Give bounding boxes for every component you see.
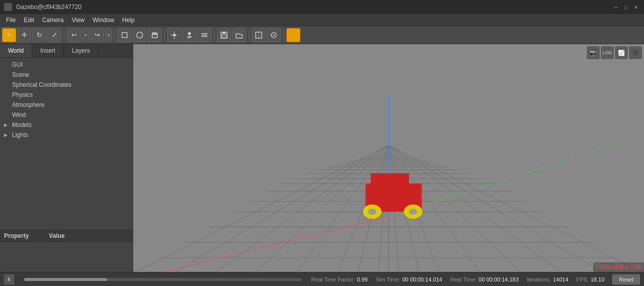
tree-panel: GUI Scene Spherical Coordinates Physics … [0, 58, 133, 230]
fog-button[interactable] [197, 28, 211, 42]
svg-point-68 [409, 209, 417, 215]
tree-item-physics[interactable]: Physics [0, 90, 133, 100]
tree-item-lights[interactable]: ▶ Lights [0, 130, 133, 140]
tree-item-scene[interactable]: Scene [0, 70, 133, 80]
real-time-factor: Real Time Factor: 0.99 [311, 276, 368, 282]
record-button[interactable]: 🎥 [629, 46, 642, 59]
svg-rect-16 [223, 32, 226, 34]
watermark: CSDN @西木九喵 [593, 262, 644, 272]
tree-item-gui[interactable]: GUI [0, 60, 133, 70]
fps-label: FPS: [576, 276, 588, 282]
scale-tool-button[interactable]: ⤢ [47, 28, 61, 42]
rtf-label: Real Time Factor: [311, 276, 355, 282]
cylinder-button[interactable] [148, 28, 162, 42]
plot-button[interactable]: 📈 [615, 46, 628, 59]
minimize-button[interactable]: ─ [612, 3, 620, 11]
snap-vertex-button[interactable] [267, 28, 281, 42]
property-panel: Property Value [0, 230, 133, 272]
main-content: World Insert Layers GUI Scene Spherical … [0, 44, 644, 272]
tree-item-atmosphere[interactable]: Atmosphere [0, 100, 133, 110]
property-header: Property Value [0, 230, 133, 242]
tree-item-spherical[interactable]: Spherical Coordinates [0, 80, 133, 90]
separator-3 [164, 29, 165, 41]
sim-time-label: Sim Time: [376, 276, 400, 282]
menu-help[interactable]: Help [118, 16, 139, 25]
orange-mode-button[interactable] [286, 28, 300, 42]
open-button[interactable] [232, 28, 246, 42]
status-bar: ⏸ Real Time Factor: 0.99 Sim Time: 00 00… [0, 272, 644, 286]
iterations: Iterations: 14014 [526, 276, 568, 282]
log-button[interactable]: LOG [601, 46, 614, 59]
redo-button[interactable]: ↪ [90, 28, 104, 42]
toolbar: ↖ ✛ ↻ ⤢ ↩ ▾ ↪ ▾ [0, 26, 644, 44]
snap-edge-button[interactable] [252, 28, 266, 42]
menu-camera[interactable]: Camera [38, 16, 68, 25]
tab-insert[interactable]: Insert [32, 44, 64, 57]
progress-bar[interactable] [24, 278, 301, 281]
menu-bar: File Edit Camera View Window Help [0, 14, 644, 26]
viewport[interactable]: 📷 LOG 📈 🎥 CSDN @西木九喵 [133, 44, 644, 272]
progress-fill [24, 278, 107, 281]
menu-edit[interactable]: Edit [20, 16, 38, 25]
undo-button[interactable]: ↩ [67, 28, 81, 42]
svg-rect-17 [222, 35, 226, 38]
tab-bar: World Insert Layers [0, 44, 133, 58]
screenshot-button[interactable]: 📷 [587, 46, 600, 59]
tree-item-models[interactable]: ▶ Models [0, 120, 133, 130]
fps: FPS: 18.10 [576, 276, 604, 282]
maximize-button[interactable]: □ [622, 3, 630, 11]
tree-item-physics-label: Physics [12, 91, 33, 98]
pause-button[interactable]: ⏸ [4, 274, 14, 284]
save-button[interactable] [217, 28, 231, 42]
tab-world[interactable]: World [0, 44, 32, 57]
window-controls: ─ □ ✕ [612, 3, 640, 11]
svg-point-1 [137, 32, 143, 38]
dirlight-button[interactable] [182, 28, 196, 42]
real-time-value: 00 00:00:14.183 [479, 276, 519, 282]
fps-value: 18.10 [591, 276, 605, 282]
box-button[interactable] [118, 28, 132, 42]
separator-5 [249, 29, 249, 41]
tree-item-models-label: Models [12, 121, 32, 128]
property-body [0, 242, 133, 272]
title-bar: Gazebo@cf943b247720 ─ □ ✕ [0, 0, 644, 14]
real-time-label: Real Time: [450, 276, 477, 282]
translate-tool-button[interactable]: ✛ [17, 28, 31, 42]
menu-window[interactable]: Window [89, 16, 119, 25]
close-button[interactable]: ✕ [632, 3, 640, 11]
svg-point-9 [188, 32, 191, 35]
sphere-button[interactable] [133, 28, 147, 42]
tree-item-gui-label: GUI [12, 61, 23, 68]
real-time: Real Time: 00 00:00:14.183 [450, 276, 518, 282]
tree-item-spherical-label: Spherical Coordinates [12, 81, 71, 88]
tree-item-atmosphere-label: Atmosphere [12, 101, 45, 108]
property-col1: Property [4, 232, 29, 239]
rtf-value: 0.99 [357, 276, 367, 282]
svg-point-4 [173, 34, 176, 37]
undo-arrow-button[interactable]: ▾ [82, 28, 89, 42]
tree-item-wind-label: Wind [12, 111, 26, 118]
menu-file[interactable]: File [2, 16, 20, 25]
scene-view [133, 44, 644, 272]
separator-2 [115, 29, 115, 41]
redo-arrow-button[interactable]: ▾ [105, 28, 112, 42]
iterations-value: 14014 [553, 276, 569, 282]
menu-view[interactable]: View [68, 16, 89, 25]
reset-button[interactable]: Reset [612, 274, 640, 284]
tab-layers[interactable]: Layers [64, 44, 98, 57]
pointlight-button[interactable] [167, 28, 181, 42]
svg-point-22 [291, 33, 296, 38]
iterations-label: Iterations: [526, 276, 551, 282]
tree-item-wind[interactable]: Wind [0, 110, 133, 120]
rotate-tool-button[interactable]: ↻ [32, 28, 46, 42]
svg-point-66 [368, 209, 376, 215]
tree-item-lights-label: Lights [12, 131, 28, 138]
tree-item-scene-label: Scene [12, 71, 29, 78]
expand-icon-lights: ▶ [4, 132, 10, 137]
expand-icon-models: ▶ [4, 122, 10, 127]
separator-1 [64, 29, 64, 41]
svg-point-21 [273, 34, 275, 36]
sim-time: Sim Time: 00 00:00:14.014 [376, 276, 442, 282]
select-tool-button[interactable]: ↖ [2, 28, 16, 42]
app-icon [4, 3, 12, 11]
